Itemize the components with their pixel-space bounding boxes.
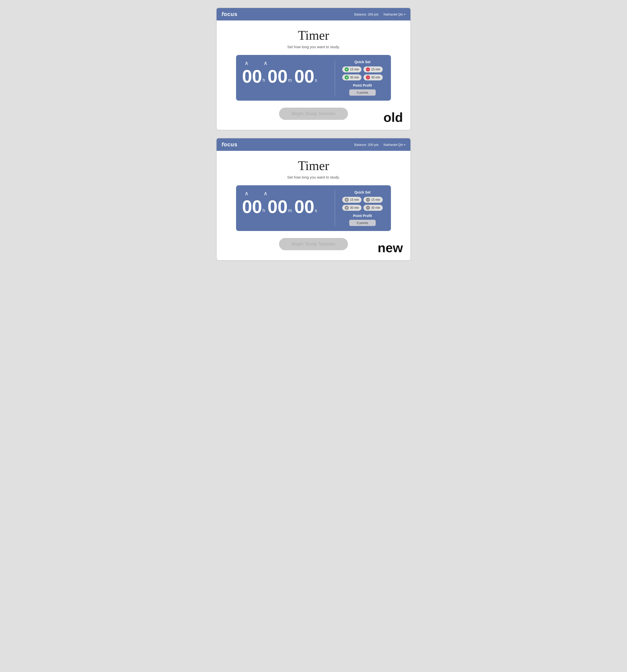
- points-badge: 0 points: [349, 220, 376, 226]
- quick-set-title: Quick Set: [354, 60, 371, 64]
- timer-divider: [335, 190, 335, 226]
- hours-number: 00: [242, 67, 262, 86]
- minus-icon: −: [366, 75, 370, 79]
- hours-unit: h: [262, 78, 265, 86]
- qs-btn-label: 30 min: [371, 76, 380, 79]
- quick-set-btn-2[interactable]: +30 min: [342, 74, 362, 80]
- qs-btn-label: 15 min: [350, 198, 359, 201]
- minutes-up-arrow[interactable]: ∧: [263, 60, 268, 67]
- minutes-unit: m: [288, 208, 292, 216]
- plus-icon: +: [345, 206, 349, 210]
- qs-btn-label: 15 min: [350, 68, 359, 71]
- minus-icon: −: [366, 198, 370, 202]
- quick-set-btn-1[interactable]: −15 min: [364, 197, 383, 203]
- seconds-unit: s: [315, 78, 317, 86]
- timer-left: ∧∧00h00m00s: [242, 60, 330, 96]
- quick-set-title: Quick Set: [354, 190, 371, 194]
- quick-set-btn-3[interactable]: −30 min: [364, 74, 383, 80]
- app-logo[interactable]: focus: [222, 141, 237, 148]
- quick-set-btn-1[interactable]: −15 min: [364, 67, 383, 72]
- timer-right: Quick Set+15 min−15 min+30 min−30 minPoi…: [340, 190, 385, 226]
- seconds-unit: s: [315, 208, 317, 216]
- minutes-number: 00: [268, 198, 287, 216]
- quick-set-btn-3[interactable]: −30 min: [364, 205, 383, 211]
- point-profit-title: Point Profit: [353, 83, 372, 88]
- page-title: Timer: [298, 158, 329, 173]
- corner-label-new: new: [378, 240, 403, 255]
- quick-set-btn-0[interactable]: +15 min: [342, 67, 362, 72]
- user-menu[interactable]: Nathaniel Qin ▾: [384, 143, 405, 147]
- plus-icon: +: [345, 67, 349, 71]
- balance-display: Balance: 200 pts: [354, 143, 378, 147]
- minus-icon: −: [366, 67, 370, 71]
- timer-right: Quick Set+15 min−15 min+30 min−30 minPoi…: [340, 60, 385, 96]
- timer-display: 00h00m00s: [242, 67, 320, 86]
- hours-up-arrow[interactable]: ∧: [245, 190, 249, 197]
- qs-btn-label: 30 min: [371, 206, 380, 210]
- hours-number: 00: [242, 198, 262, 216]
- app-logo[interactable]: focus: [222, 11, 237, 18]
- begin-study-button[interactable]: Begin Study Session: [279, 238, 348, 250]
- qs-btn-label: 15 min: [371, 198, 380, 201]
- panel-new: focusBalance: 200 ptsNathaniel Qin ▾Time…: [216, 138, 411, 261]
- user-menu[interactable]: Nathaniel Qin ▾: [384, 13, 405, 16]
- minus-icon: −: [366, 206, 370, 210]
- chevron-down-icon: ▾: [404, 13, 405, 16]
- qs-btn-label: 30 min: [350, 76, 359, 79]
- panel-old: focusBalance: 200 ptsNathaniel Qin ▾Time…: [216, 7, 411, 130]
- minutes-number: 00: [268, 67, 287, 86]
- page-title: Timer: [298, 28, 329, 43]
- quick-set-btn-2[interactable]: +30 min: [342, 205, 362, 211]
- points-badge: 0 points: [349, 89, 376, 96]
- quick-set-row: +30 min−30 min: [342, 74, 383, 80]
- navbar-right: Balance: 200 ptsNathaniel Qin ▾: [354, 143, 405, 147]
- quick-set-row: +15 min−15 min: [342, 197, 383, 203]
- hours-up-arrow[interactable]: ∧: [245, 60, 249, 67]
- navbar: focusBalance: 200 ptsNathaniel Qin ▾: [216, 138, 411, 151]
- timer-display: 00h00m00s: [242, 198, 320, 216]
- page-subtitle: Set how long you want to study.: [287, 175, 340, 179]
- quick-set-row: +30 min−30 min: [342, 205, 383, 211]
- balance-display: Balance: 200 pts: [354, 13, 378, 16]
- timer-arrows: ∧∧: [242, 190, 268, 197]
- quick-set-row: +15 min−15 min: [342, 67, 383, 72]
- timer-card: ∧∧00h00m00sQuick Set+15 min−15 min+30 mi…: [236, 185, 391, 231]
- timer-card: ∧∧00h00m00sQuick Set+15 min−15 min+30 mi…: [236, 55, 391, 101]
- page-subtitle: Set how long you want to study.: [287, 45, 340, 49]
- corner-label-old: old: [384, 110, 403, 125]
- minutes-up-arrow[interactable]: ∧: [263, 190, 268, 197]
- timer-arrows: ∧∧: [242, 60, 268, 67]
- minutes-unit: m: [288, 78, 292, 86]
- plus-icon: +: [345, 198, 349, 202]
- chevron-down-icon: ▾: [404, 143, 405, 146]
- navbar-right: Balance: 200 ptsNathaniel Qin ▾: [354, 13, 405, 16]
- begin-study-button[interactable]: Begin Study Session: [279, 107, 348, 120]
- seconds-number: 00: [294, 67, 314, 86]
- qs-btn-label: 30 min: [350, 206, 359, 210]
- timer-divider: [335, 60, 335, 96]
- quick-set-btn-0[interactable]: +15 min: [342, 197, 362, 203]
- main-content: TimerSet how long you want to study.∧∧00…: [216, 21, 411, 130]
- plus-icon: +: [345, 75, 349, 79]
- qs-btn-label: 15 min: [371, 68, 380, 71]
- point-profit-title: Point Profit: [353, 214, 372, 218]
- seconds-number: 00: [294, 198, 314, 216]
- hours-unit: h: [262, 208, 265, 216]
- timer-left: ∧∧00h00m00s: [242, 190, 330, 226]
- navbar: focusBalance: 200 ptsNathaniel Qin ▾: [216, 8, 411, 21]
